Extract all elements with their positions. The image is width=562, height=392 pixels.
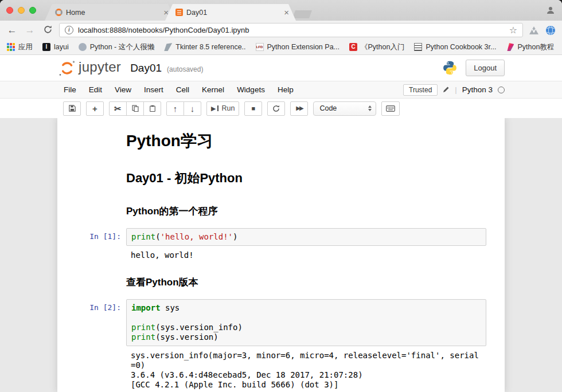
- zoom-window-button[interactable]: [29, 7, 36, 14]
- bookmark-label: 应用: [18, 42, 33, 52]
- menu-edit[interactable]: Edit: [83, 85, 108, 94]
- add-cell-button[interactable]: +: [86, 101, 104, 116]
- profile-icon[interactable]: [546, 6, 555, 17]
- forward-icon[interactable]: →: [24, 25, 36, 35]
- address-bar[interactable]: i localhost:8888/notebooks/PythonCode/Da…: [59, 23, 523, 37]
- bookmark-label: Python教程: [517, 42, 554, 52]
- code-line: [131, 313, 481, 323]
- extension-triangle-icon[interactable]: [528, 25, 540, 36]
- bookmark-label: Python - 这个人很懒: [90, 42, 155, 52]
- extension-globe-icon[interactable]: [545, 25, 556, 36]
- heading-check-version: 查看Python版本: [126, 276, 493, 289]
- menu-widgets[interactable]: Widgets: [231, 85, 271, 94]
- bookmark-python-blog[interactable]: Python - 这个人很懒: [79, 42, 155, 52]
- notebook-container: Python学习 Day01 - 初始Python Python的第一个程序 I…: [57, 118, 505, 392]
- code-line: print('hello, world!'): [131, 232, 481, 242]
- restart-kernel-button[interactable]: [267, 101, 285, 116]
- minimize-window-button[interactable]: [18, 7, 25, 14]
- new-tab-button[interactable]: [292, 10, 312, 18]
- bookmark-python-intro[interactable]: C 《Python入门: [349, 42, 404, 52]
- menu-file[interactable]: File: [57, 85, 83, 94]
- bookmark-label: Tkinter 8.5 reference..: [175, 43, 245, 51]
- logout-button[interactable]: Logout: [466, 60, 505, 76]
- restart-icon: [272, 105, 280, 112]
- close-window-button[interactable]: [6, 7, 13, 14]
- tab-strip: Home × Day01 ×: [0, 0, 562, 21]
- jupyter-favicon: [55, 9, 63, 16]
- notebook-toolbar: + ✂ ↑ ↓ ▶ Run ■: [0, 99, 562, 118]
- bookmark-star-icon[interactable]: ☆: [509, 26, 517, 35]
- code-input[interactable]: print('hello, world!'): [126, 228, 486, 246]
- stop-icon: ■: [252, 105, 256, 112]
- heading-day01: Day01 - 初始Python: [126, 170, 493, 187]
- menu-cell[interactable]: Cell: [170, 85, 196, 94]
- divider: |: [455, 85, 456, 94]
- copy-cell-button[interactable]: [126, 101, 144, 116]
- paste-icon: [149, 105, 156, 112]
- markdown-cell-title[interactable]: Python学习: [66, 121, 496, 159]
- code-cell-2[interactable]: In [2]: import sys print(sys.version_inf…: [66, 296, 496, 392]
- tabs: Home × Day01 ×: [45, 4, 312, 21]
- cell-type-value: Code: [319, 104, 337, 112]
- move-cell-down-button[interactable]: ↓: [184, 101, 201, 116]
- code-line: print(sys.version_info): [131, 323, 481, 332]
- command-palette-button[interactable]: [381, 101, 400, 116]
- step-forward-bar: [217, 105, 218, 111]
- bookmark-label: layui: [54, 43, 69, 51]
- move-cell-up-button[interactable]: ↑: [166, 101, 184, 116]
- code-line: import sys: [131, 303, 481, 313]
- url-text: localhost:8888/notebooks/PythonCode/Day0…: [78, 26, 505, 34]
- colorful-feather-favicon: [506, 43, 514, 51]
- csdn-favicon: C: [349, 43, 357, 51]
- notebook-title[interactable]: Day01: [130, 62, 162, 75]
- markdown-cell-first-program[interactable]: Python的第一个程序: [66, 194, 496, 225]
- notebook-favicon: [175, 9, 183, 16]
- layui-favicon: l: [42, 43, 50, 51]
- code-cell-1[interactable]: In [1]: print('hello, world!') hello, wo…: [66, 225, 496, 265]
- notebook-site: Python学习 Day01 - 初始Python Python的第一个程序 I…: [0, 118, 562, 392]
- bookmark-python-tutorial[interactable]: Python教程: [506, 42, 554, 52]
- markdown-cell-version[interactable]: 查看Python版本: [66, 265, 496, 296]
- bookmark-label: 《Python入门: [361, 42, 404, 52]
- code-input[interactable]: import sys print(sys.version_info) print…: [126, 299, 486, 346]
- bookmark-label: Python Cookbook 3r...: [426, 43, 496, 51]
- tab-close-icon[interactable]: ×: [283, 8, 290, 17]
- cut-cell-button[interactable]: ✂: [109, 101, 127, 116]
- bookmark-python-cookbook[interactable]: Python Cookbook 3r...: [414, 43, 496, 51]
- menu-kernel[interactable]: Kernel: [196, 85, 231, 94]
- jupyter-header: jupyter Day01 (autosaved) Logout: [0, 55, 562, 81]
- bookmark-python-extension[interactable]: LFD Python Extension Pa...: [256, 43, 339, 51]
- kernel-idle-indicator-icon: [498, 87, 505, 93]
- run-cell-button[interactable]: ▶ Run: [206, 101, 239, 116]
- interrupt-kernel-button[interactable]: ■: [244, 101, 262, 116]
- paste-cell-button[interactable]: [143, 101, 161, 116]
- cell-output: sys.version_info(major=3, minor=6, micro…: [126, 346, 486, 392]
- bookmark-apps[interactable]: 应用: [7, 42, 33, 52]
- bookmark-label: Python Extension Pa...: [267, 43, 339, 51]
- tab-label: Home: [66, 9, 159, 17]
- arrow-up-icon: ↑: [173, 104, 178, 113]
- keyboard-icon: [386, 105, 395, 112]
- edit-mode-pencil-icon: [443, 85, 450, 95]
- site-info-icon[interactable]: i: [65, 26, 73, 34]
- autosave-status: (autosaved): [167, 63, 203, 73]
- back-icon[interactable]: ←: [6, 25, 18, 35]
- jupyter-logo[interactable]: jupyter: [57, 59, 121, 77]
- arrow-down-icon: ↓: [190, 104, 195, 113]
- menu-help[interactable]: Help: [271, 85, 300, 94]
- bookmark-layui[interactable]: l layui: [42, 43, 69, 51]
- tab-home[interactable]: Home ×: [45, 4, 175, 21]
- save-button[interactable]: [63, 101, 81, 116]
- kernel-name: Python 3: [462, 85, 493, 94]
- restart-run-all-button[interactable]: ▶▶: [290, 101, 308, 116]
- scissors-icon: ✂: [114, 104, 122, 113]
- menu-insert[interactable]: Insert: [138, 85, 170, 94]
- refresh-icon[interactable]: [41, 25, 54, 36]
- menu-view[interactable]: View: [108, 85, 138, 94]
- bookmark-tkinter-reference[interactable]: Tkinter 8.5 reference..: [164, 43, 245, 51]
- window-controls: [6, 7, 36, 14]
- markdown-cell-day01[interactable]: Day01 - 初始Python: [66, 159, 496, 194]
- trusted-badge[interactable]: Trusted: [403, 84, 438, 96]
- tab-day01[interactable]: Day01 ×: [165, 4, 296, 21]
- cell-type-select[interactable]: Code: [313, 101, 376, 116]
